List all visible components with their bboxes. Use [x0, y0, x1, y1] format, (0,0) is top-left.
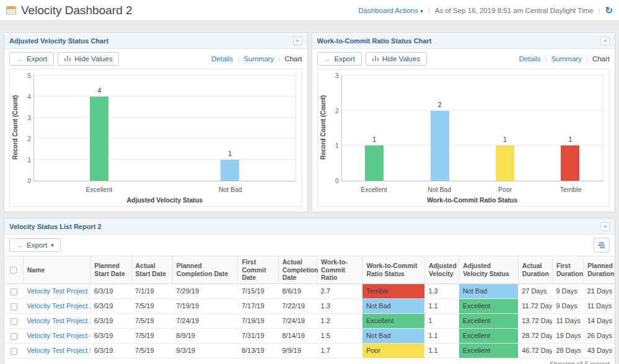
gridline [34, 96, 296, 97]
velocity-status-table: NamePlanned Start DateActual Start DateP… [4, 256, 615, 358]
bar-poor[interactable] [496, 145, 514, 181]
row-checkbox[interactable] [11, 348, 17, 355]
export-button[interactable]: → Export [9, 52, 54, 66]
chart-view-link[interactable]: Chart [592, 55, 610, 63]
dashboard-actions-button[interactable]: Dashboard Actions ▾ [358, 7, 423, 14]
bar-chart: Record Count (Count) 01231211 ExcellentN… [317, 69, 610, 207]
column-header[interactable]: Planned Completion Date [172, 256, 238, 284]
name-cell: Velocity Test Project 3 [23, 313, 90, 328]
table-cell: 7/5/19 [131, 298, 172, 313]
table-cell: 28 Days [552, 343, 583, 358]
project-link[interactable]: Velocity Test Project 5 [27, 347, 90, 354]
bar-value-label: 4 [97, 87, 101, 94]
column-header[interactable]: Actual Duration [518, 256, 552, 284]
gridline [34, 138, 296, 139]
name-cell: Velocity Test Project 1 [23, 284, 90, 298]
table-cell: 6/3/19 [90, 284, 131, 298]
y-tick-label: 2 [335, 107, 339, 114]
status-badge: Excellent [362, 313, 425, 328]
export-button[interactable]: → Export [317, 52, 362, 66]
page-title: Velocity Dashboard 2 [21, 4, 133, 17]
status-badge: Excellent [459, 343, 518, 358]
table-cell: 1.2 [317, 313, 362, 328]
table-cell: 8/6/19 [278, 284, 317, 298]
x-axis-title: Work-to-Commit Ratio Status [341, 196, 604, 204]
collapse-icon[interactable] [600, 222, 610, 231]
collapse-icon[interactable] [293, 37, 302, 45]
table-cell: 9/3/19 [172, 343, 238, 358]
list-layout-icon[interactable] [594, 238, 610, 253]
divider: | [598, 7, 600, 14]
bar-not-bad[interactable] [221, 160, 239, 181]
y-tick-label: 0 [335, 178, 339, 184]
details-link[interactable]: Details [211, 55, 233, 63]
export-dropdown-button[interactable]: → Export ▾ [9, 238, 61, 252]
hide-values-button[interactable]: Hide Values [366, 52, 427, 66]
export-arrow-icon: → [324, 56, 331, 63]
column-header[interactable]: Name [23, 256, 90, 284]
status-badge: Excellent [459, 298, 518, 313]
select-all-checkbox[interactable] [10, 267, 17, 274]
status-badge: Poor [362, 343, 425, 358]
column-header[interactable]: Work-to-Commit Ratio Status [362, 256, 425, 284]
table-cell: 7/29/19 [172, 284, 238, 298]
divider: | [428, 7, 430, 14]
column-header[interactable]: Planned Duration [584, 256, 615, 284]
x-category-label: Terrible [560, 186, 581, 193]
column-header[interactable]: Planned Start Date [90, 256, 131, 284]
row-checkbox[interactable] [11, 303, 17, 310]
status-badge: Excellent [459, 328, 518, 343]
project-link[interactable]: Velocity Test Project 1 [27, 287, 90, 295]
panel-title: Work-to-Commit Ratio Status Chart [317, 37, 432, 45]
hide-values-button[interactable]: Hide Values [58, 52, 119, 66]
bar-value-label: 1 [503, 136, 507, 143]
details-link[interactable]: Details [519, 55, 541, 63]
column-header[interactable]: First Duration [552, 256, 583, 284]
table-cell: 6/3/19 [90, 313, 131, 328]
table-cell: 7/5/19 [131, 343, 172, 358]
y-tick-label: 2 [27, 136, 31, 142]
chart-view-link[interactable]: Chart [284, 55, 302, 63]
name-cell: Velocity Test Project 2 [23, 298, 90, 313]
collapse-icon[interactable] [600, 37, 610, 45]
table-cell: 7/5/19 [131, 328, 172, 343]
summary-link[interactable]: Summary [551, 55, 582, 63]
row-checkbox[interactable] [11, 333, 17, 340]
column-header[interactable]: Adjusted Velocity [424, 256, 459, 284]
bar-terrible[interactable] [561, 145, 579, 181]
table-cell: 7/5/19 [131, 313, 172, 328]
table-cell: 1.1 [424, 328, 459, 343]
table-cell: 6/3/19 [90, 328, 131, 343]
table-cell: 7/22/19 [278, 298, 317, 313]
y-tick-label: 1 [335, 142, 339, 149]
project-link[interactable]: Velocity Test Project 2 [27, 302, 90, 310]
column-header[interactable]: Work-to-Commit Ratio [317, 256, 362, 284]
bar-chart-icon [372, 55, 379, 63]
table-cell: 8/13/19 [238, 343, 278, 358]
gridline [34, 159, 296, 160]
column-header[interactable]: First Commit Date [238, 256, 278, 284]
refresh-icon[interactable]: ↻ [605, 6, 613, 15]
y-axis-title: Record Count (Count) [320, 73, 327, 181]
table-row: Velocity Test Project 56/3/197/5/199/3/1… [4, 343, 615, 358]
row-checkbox[interactable] [11, 288, 17, 295]
project-link[interactable]: Velocity Test Project 4 [27, 332, 90, 339]
column-header[interactable]: Adjusted Velocity Status [459, 256, 518, 284]
select-all-header [4, 256, 23, 284]
table-cell: 7/19/19 [172, 298, 238, 313]
table-row: Velocity Test Project 36/3/197/5/197/24/… [4, 313, 615, 328]
bar-excellent[interactable] [365, 145, 384, 181]
bar-excellent[interactable] [90, 97, 108, 181]
y-tick-label: 4 [27, 93, 31, 100]
column-header[interactable]: Actual Completion Date [278, 256, 317, 284]
table-cell: 7/24/19 [172, 313, 238, 328]
plot-area: 01231211 [341, 75, 604, 181]
row-checkbox[interactable] [11, 318, 17, 325]
dashboard-icon [6, 6, 16, 15]
column-header[interactable]: Actual Start Date [131, 256, 172, 284]
project-link[interactable]: Velocity Test Project 3 [27, 317, 90, 324]
export-arrow-icon: → [16, 242, 23, 249]
table-cell: 11.72 Days [518, 298, 552, 313]
bar-not-bad[interactable] [431, 111, 449, 181]
summary-link[interactable]: Summary [244, 55, 274, 63]
